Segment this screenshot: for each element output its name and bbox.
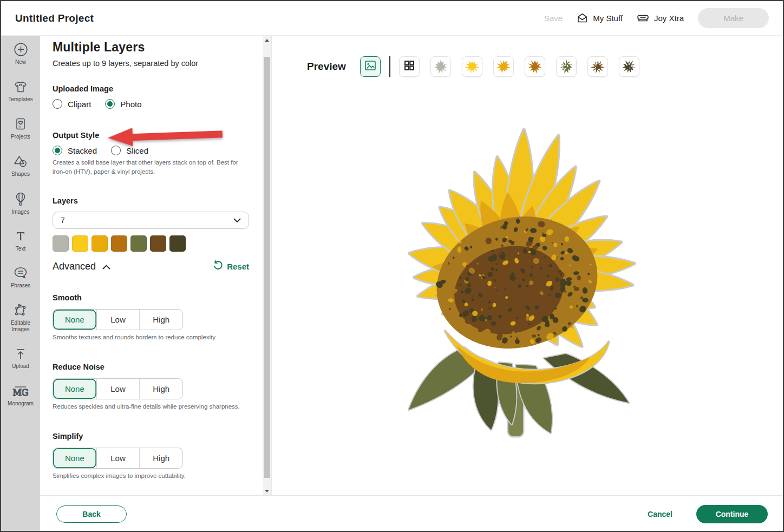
image-icon [364,60,376,74]
cancel-button[interactable]: Cancel [648,510,672,518]
hot-air-balloon-icon [14,192,28,207]
radio-circle-icon [111,146,121,155]
advanced-toggle[interactable]: Advanced [53,261,110,272]
footer-actions: Cancel Continue [648,505,768,523]
full-preview-button[interactable] [360,56,381,77]
footer-bar: Back Cancel Continue [40,495,784,532]
editable-selection-icon [13,303,28,318]
upload-arrow-icon [14,347,28,361]
sidebar-item-shapes[interactable]: Shapes [3,154,38,178]
layer-swatch-5[interactable] [130,235,147,252]
output-style-description: Creates a solid base layer that other la… [53,158,239,176]
smooth-label: Smooth [53,293,246,302]
thumbnail-layer-gray[interactable] [430,56,451,77]
undo-icon [213,260,223,272]
make-button[interactable]: Make [698,8,769,28]
sidebar-item-monogram[interactable]: MG Monogram [3,384,38,407]
radio-circle-icon [105,99,115,109]
panel-scrollbar [263,36,271,495]
toolbar-divider [389,56,390,77]
reduce-noise-none-button[interactable]: None [53,379,96,399]
sidebar-item-phrases[interactable]: Phrases [3,266,38,289]
project-card-icon [14,117,28,132]
output-style-label: Output Style [53,131,246,140]
radio-sliced[interactable]: Sliced [111,146,148,155]
reset-button[interactable]: Reset [213,260,249,272]
scroll-down-arrow[interactable] [263,487,271,495]
chevron-down-icon [233,216,241,225]
advanced-row: Advanced Reset [53,260,249,272]
my-stuff-button[interactable]: My Stuff [577,12,623,24]
radio-stacked[interactable]: Stacked [53,146,97,155]
thumbnail-layer-brown[interactable] [587,56,608,77]
radio-circle-icon [53,146,62,155]
top-bar: Untitled Project Save My Stuff Joy Xtra [1,1,783,36]
simplify-none-button[interactable]: None [53,448,96,468]
radio-circle-icon [53,99,62,109]
panel-subtitle: Creates up to 9 layers, separated by col… [53,59,246,68]
layer-count-value: 7 [61,216,65,225]
monogram-icon: MG [12,384,29,398]
save-button[interactable]: Save [544,14,563,23]
reduce-noise-low-button[interactable]: Low [96,379,140,399]
layer-swatch-2[interactable] [72,235,88,252]
thumbnail-layer-dark-olive[interactable] [619,56,639,77]
svg-text:MG: MG [12,387,28,398]
left-nav: New Templates Projects [1,36,40,532]
speech-bubble-icon [13,266,28,280]
uploaded-image-radio-group: Clipart Photo [53,99,246,109]
smooth-high-button[interactable]: High [139,310,182,330]
smooth-low-button[interactable]: Low [96,310,140,330]
tshirt-icon [13,80,28,94]
smooth-none-button[interactable]: None [53,310,96,330]
thumbnail-layer-rust[interactable] [525,56,545,77]
simplify-segmented-control: None Low High [53,448,183,469]
reduce-noise-segmented-control: None Low High [53,378,183,399]
output-style-section: Output Style [53,131,246,140]
svg-text:T: T [17,230,24,243]
radio-clipart[interactable]: Clipart [53,99,91,109]
thumbnail-layer-amber[interactable] [493,56,514,77]
simplify-high-button[interactable]: High [139,448,182,468]
thumbnail-layer-olive[interactable] [556,56,577,77]
layer-color-swatches [53,235,246,252]
scroll-up-arrow[interactable] [263,36,271,44]
back-button[interactable]: Back [56,505,127,523]
continue-button[interactable]: Continue [696,505,768,523]
thumbnail-layer-yellow[interactable] [462,56,482,77]
preview-area: Preview [272,36,784,495]
plus-circle-icon [14,42,28,57]
reduce-noise-label: Reduce Noise [53,363,246,371]
topbar-actions: Save My Stuff Joy Xtra Make [544,8,769,28]
sidebar-item-images[interactable]: Images [3,192,38,215]
reduce-noise-description: Reduces speckles and ultra-fine details … [53,402,246,411]
inbox-icon [577,12,588,24]
layers-settings-panel: Multiple Layers Creates up to 9 layers, … [40,36,272,495]
simplify-label: Simplify [53,432,246,441]
all-layers-grid-button[interactable] [399,56,420,77]
layer-swatch-1[interactable] [53,235,69,252]
smooth-segmented-control: None Low High [53,309,183,330]
layer-count-select[interactable]: 7 [53,212,249,229]
reduce-noise-high-button[interactable]: High [139,379,182,399]
layer-swatch-3[interactable] [92,235,108,252]
sidebar-item-upload[interactable]: Upload [3,347,38,370]
sidebar-item-editable-images[interactable]: Editable Images [3,303,38,333]
simplify-low-button[interactable]: Low [96,448,140,468]
sidebar-item-templates[interactable]: Templates [3,80,38,103]
sidebar-item-new[interactable]: New [3,42,38,65]
layer-swatch-6[interactable] [150,235,166,252]
radio-photo[interactable]: Photo [105,99,141,109]
app-window: Untitled Project Save My Stuff Joy Xtra [0,0,784,532]
cutting-machine-icon [637,13,649,24]
machine-selector[interactable]: Joy Xtra [637,13,684,24]
layer-thumbnail-row [399,56,639,77]
layer-swatch-4[interactable] [111,235,127,252]
layer-swatch-7[interactable] [169,235,186,252]
preview-toolbar: Preview [307,56,639,77]
sidebar-item-text[interactable]: T Text [3,229,38,252]
grid-icon [403,60,415,74]
scrollbar-thumb[interactable] [264,57,270,478]
sidebar-item-projects[interactable]: Projects [3,117,38,140]
shapes-icon [13,154,28,169]
